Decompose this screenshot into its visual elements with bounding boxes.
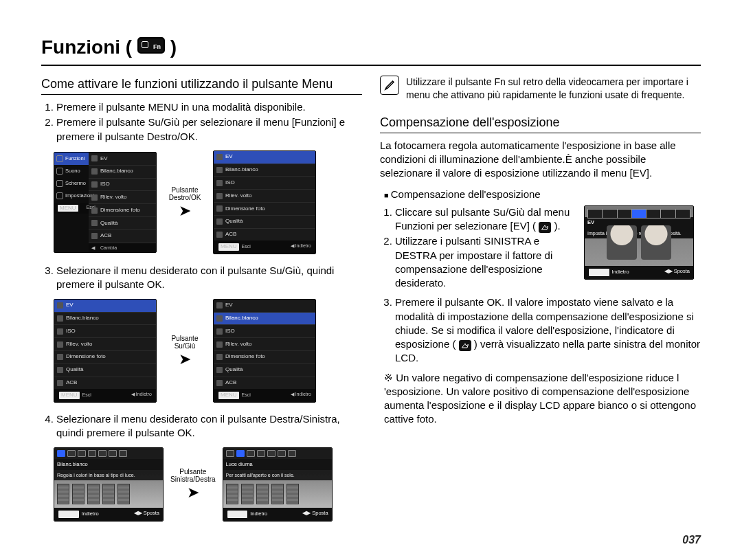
menu-screen-ev-selected-2: EV Bilanc.bianco ISO Rilev. volto Dimens… [54,299,157,403]
fn-icon: Fn [137,37,165,54]
preview-screen-luce-diurna: Luce diurna Per scatti all'aperto e con … [223,447,333,522]
page-title-row: Funzioni ( Fn ) [41,34,701,66]
arrow-su-giu: Pulsante Su/Giù ➤ [164,335,206,367]
ev-bullet-list: Compensazione dell'esposizione [380,188,701,201]
screens-row-2: EV Bilanc.bianco ISO Rilev. volto Dimens… [54,299,362,403]
page-number: 037 [682,533,701,548]
menu-screen-funzioni: Funzioni Suono Schermo Impostazioni MENU… [54,152,157,253]
ev-step-2: Utilizzare i pulsanti SINISTRA e DESTRA … [395,234,576,290]
left-steps: Premere il pulsante MENU in una modalità… [41,100,362,144]
ev-bullet: Compensazione dell'esposizione [384,188,701,201]
ev-step-1: Cliccare sul pulsante Su/Giù dal menu Fu… [395,205,576,234]
arrow-right-icon: ➤ [187,485,199,500]
ev-indicator-icon [539,222,551,233]
page-title-prefix: Funzioni ( Fn ) [41,34,177,60]
left-column: Come attivare le funzioni utilizzando il… [41,76,362,531]
left-steps-c: Selezionare il menu desiderato con il pu… [41,412,362,440]
tip-text: Utilizzare il pulsante Fn sul retro dell… [406,76,701,102]
left-step-1: Premere il pulsante MENU in una modalità… [56,100,362,114]
preview-screen-bilanc: Bilanc.bianco Regola i colori in base al… [54,447,164,522]
left-step-3: Selezionare il menu desiderato con il pu… [56,264,362,292]
note-icon [380,76,399,95]
tip-box: Utilizzare il pulsante Fn sul retro dell… [380,76,701,102]
ev-steps-b: Premere il pulsante OK. Il valore impost… [380,295,701,365]
ev-step-3: Premere il pulsante OK. Il valore impost… [395,295,701,365]
screens-row-3: Bilanc.bianco Regola i colori in base al… [54,447,362,522]
arrow-sx-dx: Pulsante Sinistra/Destra ➤ [170,468,216,500]
screens-row-1: Funzioni Suono Schermo Impostazioni MENU… [54,150,362,254]
arrow-destro-ok: Pulsante Destro/OK ➤ [164,186,206,219]
ev-steps: Cliccare sul pulsante Su/Giù dal menu Fu… [380,205,576,291]
arrow-right-icon: ➤ [179,203,191,219]
section-heading-ev: Compensazione dell'esposizione [380,114,701,133]
left-steps-b: Selezionare il menu desiderato con il pu… [41,264,362,292]
ev-preview-screen: EV Imposta l'esposizione e regola la lum… [584,205,694,280]
section-heading-menu: Come attivare le funzioni utilizzando il… [41,76,362,95]
left-step-4: Selezionare il menu desiderato con il pu… [56,412,362,440]
ev-intro: La fotocamera regola automaticamente l'e… [380,139,701,181]
ev-indicator-icon [459,340,471,351]
ev-note: Un valore negativo di compensazione dell… [380,371,701,427]
left-step-2: Premere il pulsante Su/Giù per seleziona… [56,115,362,144]
menu-screen-bilanc-selected: EV Bilanc.bianco ISO Rilev. volto Dimens… [213,299,316,403]
menu-screen-ev-selected: EV Bilanc.bianco ISO Rilev. volto Dimens… [213,150,316,254]
right-column: Utilizzare il pulsante Fn sul retro dell… [380,76,701,531]
arrow-right-icon: ➤ [179,352,191,367]
